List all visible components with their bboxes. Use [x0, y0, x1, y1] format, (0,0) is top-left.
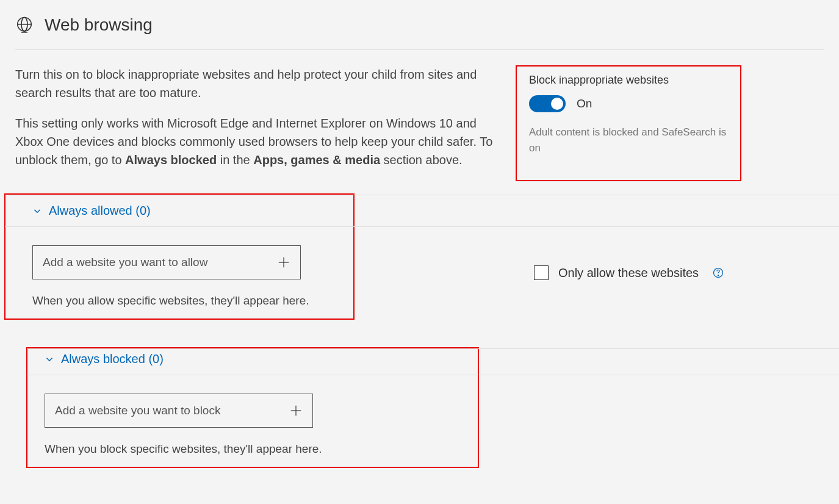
chevron-down-icon: [32, 206, 43, 217]
plus-icon[interactable]: [277, 256, 290, 269]
always-blocked-title: Always blocked (0): [61, 352, 164, 366]
add-blocked-input-row[interactable]: [45, 394, 313, 428]
always-allowed-hint: When you allow specific websites, they'l…: [32, 294, 339, 308]
block-toggle-description: Adult content is blocked and SafeSearch …: [529, 124, 728, 156]
only-allow-row: Only allow these websites: [534, 265, 724, 280]
block-inappropriate-toggle[interactable]: [529, 95, 566, 112]
add-allowed-input-row[interactable]: [32, 245, 301, 279]
plus-icon[interactable]: [289, 404, 303, 417]
always-blocked-header[interactable]: Always blocked (0): [27, 348, 839, 375]
page-header: Web browsing: [15, 15, 824, 50]
always-allowed-title: Always allowed (0): [49, 204, 151, 218]
description-paragraph-2: This setting only works with Microsoft E…: [15, 114, 497, 169]
block-toggle-title: Block inappropriate websites: [529, 74, 728, 87]
description-column: Turn this on to block inappropriate webs…: [15, 65, 497, 181]
block-inappropriate-panel: Block inappropriate websites On Adult co…: [516, 65, 741, 181]
help-icon[interactable]: [712, 267, 724, 279]
svg-point-8: [718, 275, 719, 276]
always-blocked-hint: When you block specific websites, they'l…: [45, 442, 463, 456]
always-blocked-section: Always blocked (0) When you block specif…: [26, 347, 479, 468]
only-allow-label: Only allow these websites: [558, 266, 699, 280]
toggle-state-label: On: [577, 97, 592, 110]
add-blocked-input[interactable]: [45, 395, 289, 426]
globe-icon: [15, 16, 34, 34]
page-title: Web browsing: [45, 15, 153, 35]
description-paragraph-1: Turn this on to block inappropriate webs…: [15, 65, 497, 102]
chevron-down-icon: [44, 354, 55, 365]
add-allowed-input[interactable]: [33, 247, 277, 278]
only-allow-checkbox[interactable]: [534, 265, 549, 280]
always-allowed-header[interactable]: Always allowed (0): [5, 195, 839, 227]
always-allowed-section: Always allowed (0) When you allow specif…: [4, 193, 355, 320]
